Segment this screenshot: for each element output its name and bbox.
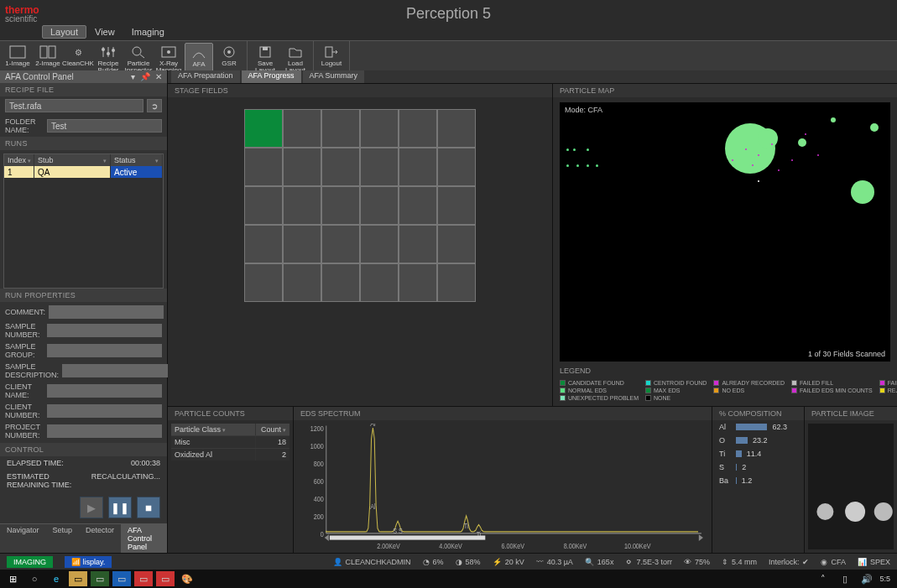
split-icon (39, 44, 57, 60)
svg-point-41 (845, 502, 865, 522)
svg-line-10 (140, 55, 144, 58)
table-row[interactable]: 1 QA Active (4, 166, 163, 178)
tab-afa-progress[interactable]: AFA Progress (242, 70, 301, 83)
workspace-tabs: AFA Preparation AFA Progress AFA Summary (168, 70, 897, 84)
legend-hdr: LEGEND (560, 365, 890, 377)
tab-detector[interactable]: Detector (79, 524, 121, 553)
table-row[interactable]: Misc18 (171, 435, 289, 448)
client-name-input[interactable] (47, 384, 162, 398)
app-icon[interactable]: ▭ (91, 571, 109, 586)
logout-icon (322, 44, 341, 60)
recipe-hdr: RECIPE FILE (0, 83, 167, 96)
project-number-input[interactable] (47, 424, 162, 438)
filter-icon[interactable] (26, 156, 31, 164)
svg-text:S S: S S (393, 527, 403, 535)
filter-icon[interactable] (281, 425, 286, 434)
menu-bar: Layout View Imaging (0, 23, 897, 40)
spectrum-hdr: EDS SPECTRUM (294, 407, 712, 420)
comp-row: Ba1.2 (712, 474, 804, 487)
clock[interactable]: 5:5 (879, 575, 894, 583)
menu-imaging[interactable]: Imaging (123, 25, 173, 39)
pin-icon[interactable]: ▾ (131, 72, 135, 81)
control-hdr: CONTROL (0, 443, 167, 456)
pause-button[interactable]: ❚❚ (108, 497, 132, 518)
tray-chevron-icon[interactable]: ˄ (814, 571, 832, 586)
sample-number-input[interactable] (47, 324, 162, 337)
close-icon[interactable]: ✕ (155, 72, 162, 81)
stage-hdr: STAGE FIELDS (168, 84, 552, 97)
map-hdr: PARTICLE MAP (553, 84, 897, 97)
wifi-icon: 📶 (71, 558, 83, 566)
client-number-input[interactable] (47, 404, 162, 418)
svg-text:1200: 1200 (310, 424, 324, 433)
tab-afa-prep[interactable]: AFA Preparation (171, 70, 240, 83)
recipe-file-input[interactable] (5, 99, 143, 112)
legend-item: NORMAL EDS (560, 388, 639, 393)
svg-marker-39 (699, 534, 703, 541)
tab-setup[interactable]: Setup (46, 524, 80, 553)
menu-layout[interactable]: Layout (42, 25, 86, 39)
app-icon[interactable]: ▭ (112, 571, 131, 586)
current-icon: 〰 (536, 558, 544, 566)
tray-network-icon[interactable]: ▯ (836, 571, 854, 586)
tab-navigator[interactable]: Navigator (0, 524, 46, 553)
filter-icon[interactable] (102, 156, 107, 164)
pin2-icon[interactable]: 📌 (140, 72, 150, 81)
edge-icon[interactable]: e (47, 571, 65, 586)
left-bottom-tabs: Navigator Setup Detector AFA Control Pan… (0, 523, 167, 553)
search-button[interactable]: ○ (25, 571, 44, 586)
svg-point-12 (167, 50, 170, 54)
spex-icon: 📊 (858, 558, 867, 566)
menu-view[interactable]: View (86, 25, 123, 39)
gauge-icon: ◔ (423, 558, 430, 566)
svg-rect-1 (40, 46, 47, 58)
stage-grid[interactable] (168, 97, 552, 406)
play-button[interactable]: ▶ (80, 497, 103, 518)
recipe-browse-button[interactable]: ➲ (147, 99, 162, 112)
user-icon: 👤 (333, 558, 342, 566)
status-imaging[interactable]: IMAGING (7, 556, 53, 568)
tab-afa-control[interactable]: AFA Control Panel (121, 524, 167, 553)
tray-sound-icon[interactable]: 🔊 (858, 571, 876, 586)
legend-item: FAILED EDS MIN COUNTS (791, 388, 873, 393)
afa-control-panel: AFA Control Panel ▾ 📌 ✕ RECIPE FILE ➲ FO… (0, 70, 168, 553)
filter-icon[interactable] (154, 156, 159, 164)
filter-icon[interactable] (221, 425, 226, 434)
svg-point-40 (816, 503, 833, 520)
status-display[interactable]: 📶 lisplay. (65, 556, 112, 568)
explorer-icon[interactable]: ▭ (69, 571, 87, 586)
pressure-icon: ⭘ (625, 558, 633, 566)
svg-text:10.00KeV: 10.00KeV (624, 542, 651, 550)
map-scan-status: 1 of 30 Fields Scanned (808, 350, 885, 358)
app-icon[interactable]: ▭ (134, 571, 153, 586)
folder-input[interactable] (47, 119, 162, 133)
comp-row: O23.2 (712, 434, 804, 447)
svg-point-9 (133, 47, 141, 55)
check-icon: ✔ (802, 558, 809, 566)
svg-marker-38 (325, 534, 329, 541)
svg-text:0: 0 (321, 530, 324, 539)
spectrum-chart[interactable]: 0200400600800100012002.00KeV4.00KeV6.00K… (300, 424, 705, 553)
app-icon[interactable]: ▭ (156, 571, 175, 586)
legend-item: CENTROID FOUND (645, 380, 707, 386)
start-button[interactable]: ⊞ (3, 571, 22, 586)
search-icon (129, 44, 148, 60)
particle-map[interactable]: Mode: CFA 1 of 30 Fields Scanned (560, 102, 890, 362)
stop-icon: ■ (145, 502, 152, 514)
stop-button[interactable]: ■ (137, 497, 160, 518)
svg-point-7 (107, 52, 110, 55)
play-icon: ▶ (87, 502, 96, 514)
props-hdr: RUN PROPERTIES (0, 289, 167, 302)
svg-rect-17 (326, 47, 332, 57)
afa-icon (190, 45, 208, 60)
panel-title: AFA Control Panel (5, 72, 74, 81)
comment-input[interactable] (49, 305, 164, 319)
runs-table[interactable]: Index Stub Status 1 QA Active (3, 154, 164, 289)
table-row[interactable]: Oxidized Al2 (171, 448, 289, 461)
tab-afa-summary[interactable]: AFA Summary (303, 70, 365, 83)
particle-image (808, 424, 894, 549)
paint-icon[interactable]: 🎨 (178, 571, 196, 586)
sample-group-input[interactable] (47, 344, 162, 357)
brand-bottom: scientific (5, 15, 39, 23)
sample-desc-input[interactable] (62, 364, 177, 377)
